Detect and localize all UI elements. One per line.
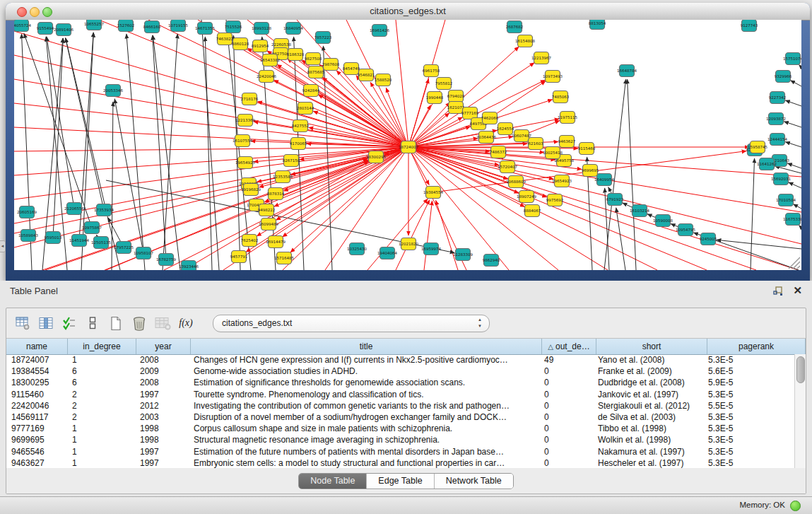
vertical-scrollbar[interactable] [794,354,806,468]
graph-node-label: 9329966 [775,74,792,78]
column-header-in_degree[interactable]: in_degree [68,339,136,354]
table-cell: 0 [539,457,593,468]
table-cell: Tourette syndrome. Phenomenology and cla… [189,389,539,400]
graph-node-label: 11283309 [453,252,473,257]
new-document-icon[interactable] [107,315,125,332]
graph-node-label: 10607487 [512,134,531,138]
table-cell: 0 [539,423,593,434]
graph-edge [294,37,304,270]
delete-icon[interactable] [130,315,148,332]
scrollbar-thumb[interactable] [796,356,805,383]
graph-node-label: 6961758 [423,69,440,73]
graph-edge [153,35,166,259]
table-row[interactable]: 1938455462009Genome-wide association stu… [6,366,795,377]
column-header-label: name [26,341,47,351]
column-header-label: short [642,341,661,351]
table-cell: 5.3E-5 [703,354,795,366]
graph-edge [628,79,636,270]
graph-node-label: 621603 [529,141,543,146]
column-header-out_de[interactable]: △out_de… [542,339,596,354]
table-settings-icon[interactable] [13,315,32,332]
graph-node-label: 9862940 [483,258,500,262]
table-cell: 9699695 [6,434,67,445]
graph-node-label: 9115460 [578,146,596,151]
table-cell: 5.9E-5 [703,377,795,388]
graph-node-label: 7857223 [314,35,332,40]
graph-node-label: 9127743 [741,23,758,28]
graph-node-label: 14671355 [195,26,215,30]
table-row[interactable]: 911546021997Tourette syndrome. Phenomeno… [6,389,795,400]
network-window-titlebar[interactable]: citations_edges.txt [6,3,810,21]
column-header-year[interactable]: year [136,339,191,354]
combo-arrows-icon: ▲▼ [478,317,482,329]
graph-node-label: 19384554 [423,190,443,194]
table-cell: 9115460 [6,389,67,400]
select-rows-icon[interactable] [60,315,78,332]
float-window-icon[interactable] [772,286,784,297]
graph-node-label: 12093872 [766,117,786,121]
graph-node-label: 7485063 [552,95,570,99]
row-height-icon[interactable] [83,315,102,332]
table-selector-dropdown[interactable]: citations_edges.txt ▲▼ [213,315,490,332]
graph-node-label: 1990448 [426,95,444,100]
graph-node-label: 18724007 [399,145,418,149]
table-cell: 6 [67,366,135,377]
table-row[interactable]: 1456911722003Disruption of a novel membe… [6,411,795,423]
table-row[interactable]: 1872400712008Changes of HCN gene express… [6,354,795,366]
graph-node-label: 8860128 [232,42,249,46]
show-column-icon[interactable] [37,315,55,332]
graph-edge [396,20,408,147]
graph-node-label: 1527602 [117,23,135,28]
table-cell: 1997 [135,389,189,400]
graph-edge [791,81,801,86]
function-builder-icon[interactable]: f(x) [177,315,195,332]
table-cell: 2008 [135,354,189,366]
table-cell: 14569117 [6,411,67,423]
graph-node-label: 13923446 [179,264,199,269]
graph-node-label: 8427552 [292,124,310,128]
table-cell: 5.3E-5 [703,446,795,457]
table-row[interactable]: 2242004622012Investigating the contribut… [6,400,795,411]
table-cell: 1998 [135,423,189,434]
graph-node-label: 8186328 [287,52,305,57]
table-cell: 0 [539,446,593,457]
close-icon[interactable]: ✕ [793,284,802,297]
graph-node-label: 9155494 [37,26,54,30]
graph-edge [153,35,180,270]
tab-network-table[interactable]: Network Table [435,474,513,489]
graph-edge [367,199,428,270]
graph-node-label: 15720407 [498,165,517,169]
graph-node-label: 4170065 [290,141,307,146]
table-cell: 5.3E-5 [703,434,795,445]
table-toolbar: f(x) citations_edges.txt ▲▼ [6,308,806,338]
table-row[interactable]: 946554611997Estimation of the future num… [6,446,795,457]
collapsed-panel-handle[interactable]: ◂ [0,240,6,252]
table-cell: Jankovic et al. (1997) [593,389,703,400]
table-row[interactable]: 946362711997Embryonic stem cells: a mode… [6,457,795,468]
column-header-title[interactable]: title [191,339,542,354]
table-body: 1872400712008Changes of HCN gene express… [6,354,795,468]
graph-node-label: 16648784 [617,69,637,73]
tab-node-table[interactable]: Node Table [299,474,367,489]
graph-node-label: 15751074 [783,57,801,61]
table-cell: 1 [67,354,135,366]
column-header-short[interactable]: short [596,339,707,354]
table-cell: Embryonic stem cells: a model to study s… [189,457,539,468]
table-row[interactable]: 1830029562008Estimation of significance … [6,377,795,388]
column-header-name[interactable]: name [6,339,68,354]
table-cell: 5.6E-5 [703,366,795,377]
memory-status-icon[interactable] [790,501,801,511]
table-cell: 2003 [135,411,189,423]
table-row[interactable]: 977716911998Corpus callosum shape and si… [6,423,795,434]
table-row[interactable]: 969969511998Structural magnetic resonanc… [6,434,795,445]
tab-edge-table[interactable]: Edge Table [367,474,434,489]
graph-node-label: 10954795 [676,228,695,232]
graph-node-label: 9777169 [461,111,479,115]
column-header-pagerank[interactable]: pagerank [707,339,806,354]
graph-node-label: 15958745 [748,145,767,149]
graph-node-label: 10958107 [134,251,153,255]
resize-grip[interactable] [789,257,800,269]
network-canvas[interactable]: 2405572491554942089140610655257152760284… [14,20,801,270]
graph-edge [799,225,801,228]
network-window: citations_edges.txt 24055724915549420891… [6,3,810,281]
